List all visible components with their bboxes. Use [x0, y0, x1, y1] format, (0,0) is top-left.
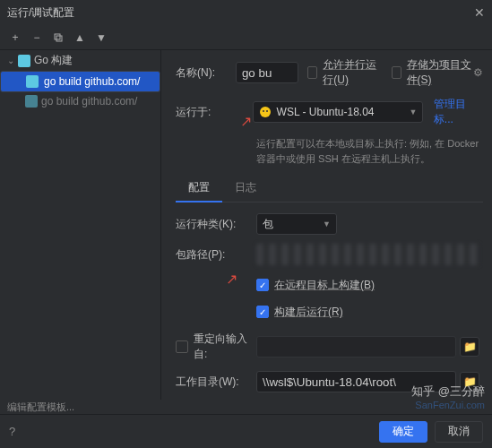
- annotation-arrow: ↗: [240, 113, 252, 130]
- cancel-button[interactable]: 取消: [435, 421, 483, 443]
- chevron-down-icon: ▼: [410, 108, 418, 116]
- tab-config[interactable]: 配置: [176, 175, 222, 202]
- redirect-input-label: 重定向输入自:: [194, 332, 256, 362]
- tree-root-go[interactable]: ⌄ Go 构建: [0, 50, 160, 71]
- go-icon: [26, 75, 39, 88]
- run-kind-label: 运行种类(K):: [176, 217, 256, 232]
- redirect-input-checkbox[interactable]: [176, 340, 188, 353]
- run-target-select[interactable]: WSL - Ubuntu-18.04 ▼: [253, 101, 424, 123]
- store-file-checkbox[interactable]: [392, 66, 401, 79]
- down-icon[interactable]: ▼: [91, 28, 111, 47]
- run-target-value: WSL - Ubuntu-18.04: [277, 106, 375, 118]
- remove-icon[interactable]: −: [27, 28, 47, 47]
- tab-logs[interactable]: 日志: [222, 175, 269, 202]
- svg-point-3: [263, 110, 264, 112]
- go-icon: [18, 55, 30, 67]
- tree-item-label: go build github.com/: [41, 95, 137, 108]
- package-path-label: 包路径(P):: [176, 247, 256, 263]
- allow-parallel-label: 允许并行运行(U): [323, 57, 382, 88]
- help-icon[interactable]: ?: [9, 425, 15, 438]
- tree-item-label: go build github.com/: [44, 75, 140, 88]
- tree-item-active[interactable]: go build github.com/: [0, 71, 160, 92]
- tree-root-label: Go 构建: [34, 53, 73, 68]
- gear-icon[interactable]: ⚙: [473, 66, 483, 79]
- build-remote-label: 在远程目标上构建(B): [274, 278, 375, 293]
- linux-icon: [259, 106, 272, 118]
- chevron-down-icon: ⌄: [7, 56, 14, 65]
- store-file-label: 存储为项目文件(S): [407, 57, 473, 88]
- run-after-build-checkbox[interactable]: ✓: [256, 306, 269, 318]
- manage-targets-link[interactable]: 管理目标...: [434, 97, 483, 127]
- tree-item-dim[interactable]: go build github.com/: [0, 92, 160, 110]
- workdir-label: 工作目录(W):: [176, 375, 256, 390]
- name-label: 名称(N):: [176, 65, 236, 81]
- run-kind-value: 包: [263, 217, 273, 232]
- up-icon[interactable]: ▲: [70, 28, 90, 47]
- run-kind-select[interactable]: 包 ▼: [256, 213, 337, 235]
- chevron-down-icon: ▼: [323, 220, 331, 228]
- svg-rect-1: [56, 36, 62, 41]
- folder-icon[interactable]: 📁: [460, 337, 479, 357]
- go-icon: [25, 95, 38, 108]
- allow-parallel-checkbox[interactable]: [307, 66, 317, 79]
- package-path-input[interactable]: [256, 244, 479, 265]
- annotation-arrow: ↗: [226, 271, 237, 288]
- watermark: 知乎 @三分醉 SanFenZui.com: [411, 383, 485, 410]
- redirect-input-field[interactable]: [256, 336, 456, 358]
- hint-text: 运行配置可以在本地或目标上执行: 例如, 在 Docker 容器中或使用 SSH…: [256, 136, 483, 166]
- build-remote-checkbox[interactable]: ✓: [256, 279, 269, 291]
- name-input[interactable]: [236, 62, 298, 83]
- copy-icon[interactable]: [48, 28, 68, 47]
- dialog-title: 运行/调试配置: [7, 5, 474, 21]
- svg-rect-0: [55, 34, 60, 39]
- svg-point-2: [260, 107, 271, 117]
- svg-point-4: [266, 110, 268, 112]
- config-tree: ⌄ Go 构建 go build github.com/ go build gi…: [0, 50, 161, 400]
- ok-button[interactable]: 确定: [379, 421, 427, 443]
- close-icon[interactable]: ✕: [474, 5, 485, 20]
- add-icon[interactable]: +: [5, 28, 25, 47]
- edit-templates-link[interactable]: 编辑配置模板...: [7, 401, 74, 412]
- run-after-build-label: 构建后运行(R): [274, 305, 343, 320]
